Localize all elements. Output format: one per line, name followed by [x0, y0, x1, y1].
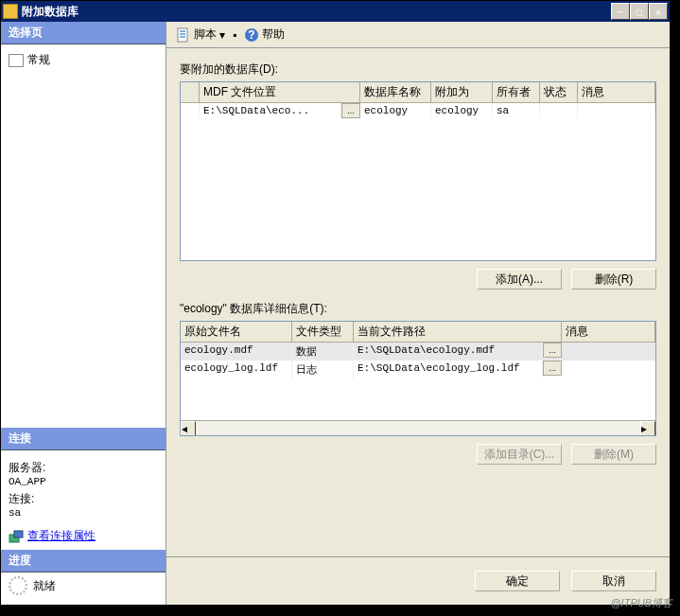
server-icon [9, 529, 24, 544]
scroll-left-button[interactable]: ◂ [181, 421, 196, 436]
table-row[interactable]: E:\SQLData\eco... ... ecology ecology sa [181, 103, 655, 118]
remove-button[interactable]: 删除(R) [571, 269, 656, 290]
app-icon [3, 4, 18, 19]
databases-grid[interactable]: MDF 文件位置 数据库名称 附加为 所有者 状态 消息 E:\SQLData\… [180, 81, 656, 261]
server-value: OA_APP [9, 476, 158, 487]
watermark: @ITPUB博客 [610, 596, 672, 610]
details-grid[interactable]: 原始文件名 文件类型 当前文件路径 消息 ecology.mdf 数据 E:\S… [180, 321, 656, 436]
maximize-button[interactable]: □ [630, 3, 649, 20]
connection-header: 连接 [1, 428, 166, 450]
script-icon [176, 27, 191, 43]
dcol-fmsg[interactable]: 消息 [562, 322, 655, 342]
svg-rect-2 [178, 28, 187, 42]
horizontal-scrollbar[interactable]: ◂ ▸ [181, 420, 655, 435]
view-connection-properties-link[interactable]: 查看连接属性 [9, 528, 158, 544]
browse-button[interactable]: ... [341, 103, 360, 118]
toolbar: 脚本 ▾ ▪ ? 帮助 [166, 22, 670, 48]
page-icon [9, 54, 24, 67]
add-button[interactable]: 添加(A)... [477, 269, 562, 290]
col-msg[interactable]: 消息 [578, 82, 655, 102]
progress-status: 就绪 [33, 578, 56, 594]
table-row[interactable]: ecology_log.ldf 日志 E:\SQLData\ecology_lo… [181, 361, 655, 378]
col-dbname[interactable]: 数据库名称 [360, 82, 431, 102]
cancel-button[interactable]: 取消 [571, 571, 656, 591]
add-directory-button: 添加目录(C)... [477, 444, 562, 465]
scroll-right-button[interactable]: ▸ [640, 421, 655, 436]
col-status[interactable]: 状态 [540, 82, 578, 102]
svg-text:?: ? [249, 28, 255, 42]
attach-databases-label: 要附加的数据库(D): [180, 62, 656, 78]
details-label: "ecology" 数据库详细信息(T): [180, 301, 656, 317]
help-icon: ? [244, 27, 259, 43]
sidebar-item-label: 常规 [27, 52, 50, 68]
minimize-button[interactable]: ─ [611, 3, 630, 20]
browse-button[interactable]: ... [543, 343, 562, 358]
sidebar: 选择页 常规 连接 服务器: OA_APP 连接: sa 查看连接属性 [1, 22, 166, 605]
connection-value: sa [9, 507, 158, 519]
connection-label: 连接: [9, 491, 158, 507]
sidebar-item-general[interactable]: 常规 [9, 50, 158, 70]
browse-button[interactable]: ... [543, 361, 562, 376]
ok-button[interactable]: 确定 [475, 571, 560, 591]
chevron-down-icon: ▾ [219, 28, 225, 42]
remove-file-button: 删除(M) [571, 444, 656, 465]
script-button[interactable]: 脚本 ▾ [172, 25, 229, 44]
server-label: 服务器: [9, 460, 158, 476]
window-title: 附加数据库 [22, 4, 611, 20]
attach-database-dialog: 附加数据库 ─ □ ✕ 选择页 常规 连接 服务器: OA_APP 连接: sa [0, 0, 671, 606]
close-button[interactable]: ✕ [649, 3, 668, 20]
col-attachas[interactable]: 附加为 [431, 82, 493, 102]
titlebar[interactable]: 附加数据库 ─ □ ✕ [1, 1, 670, 22]
table-row[interactable]: ecology.mdf 数据 E:\SQLData\ecology.mdf ..… [181, 343, 655, 361]
col-mdf[interactable]: MDF 文件位置 [200, 82, 360, 102]
col-owner[interactable]: 所有者 [493, 82, 540, 102]
dialog-footer: 确定 取消 [166, 556, 670, 605]
progress-spinner-icon [9, 576, 27, 595]
main-panel: 脚本 ▾ ▪ ? 帮助 要附加的数据库(D): MDF 文件位置 数据库名称 附… [166, 22, 670, 605]
dcol-ftype[interactable]: 文件类型 [292, 322, 354, 342]
progress-header: 进度 [1, 550, 166, 572]
dcol-fname[interactable]: 原始文件名 [181, 322, 292, 342]
select-page-header: 选择页 [1, 22, 166, 44]
svg-rect-1 [14, 531, 23, 537]
help-button[interactable]: ? 帮助 [240, 25, 288, 44]
dcol-fpath[interactable]: 当前文件路径 [354, 322, 562, 342]
